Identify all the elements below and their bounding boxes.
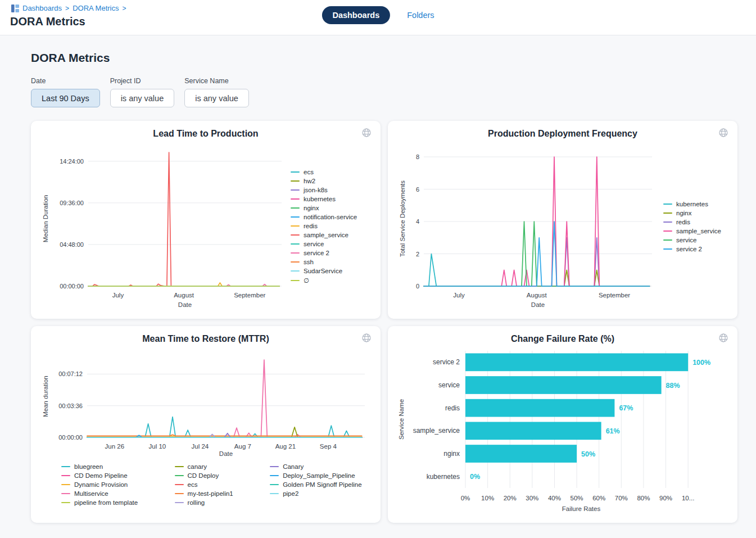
svg-text:Mean duration: Mean duration — [42, 376, 49, 417]
legend-item-my-test-pipelin1[interactable]: my-test-pipelin1 — [175, 490, 239, 497]
svg-text:Failure Rates: Failure Rates — [562, 505, 601, 512]
legend-swatch — [663, 248, 672, 250]
legend-item-redis[interactable]: redis — [663, 219, 721, 225]
legend-item-Canary[interactable]: Canary — [270, 463, 368, 470]
legend-item-ecs[interactable]: ecs — [291, 169, 357, 175]
breadcrumb-separator: > — [65, 4, 69, 12]
legend-item-CD Deploy[interactable]: CD Deploy — [175, 472, 239, 479]
legend-label: Golden PM Signoff Pipeline — [283, 481, 361, 488]
date-filter-button[interactable]: Last 90 Days — [31, 89, 100, 107]
legend-swatch — [175, 484, 184, 486]
legend-swatch — [291, 180, 300, 182]
legend-item-SudarService[interactable]: SudarService — [291, 268, 357, 274]
tab-dashboards[interactable]: Dashboards — [322, 6, 390, 24]
legend-swatch — [663, 213, 672, 214]
change-failure-rate-chart[interactable]: 0%10%20%30%40%50%60%70%80%90%10...Failur… — [397, 347, 728, 515]
legend-item-kubernetes[interactable]: kubernetes — [663, 201, 721, 207]
svg-text:Date: Date — [178, 301, 192, 308]
view-tabs: Dashboards Folders — [322, 6, 434, 24]
breadcrumb-link-dora-metrics[interactable]: DORA Metrics — [73, 4, 119, 12]
legend-item-ecs[interactable]: ecs — [175, 481, 239, 488]
lead-time-legend: ecshw2json-k8skubernetesnginxnotificatio… — [291, 169, 357, 284]
legend-label: ecs — [304, 169, 314, 175]
legend-item-notification-service[interactable]: notification-service — [291, 214, 357, 220]
svg-text:0%: 0% — [461, 495, 470, 501]
svg-text:Aug 7: Aug 7 — [234, 443, 251, 450]
card-production-deployment-frequency: Production Deployment Frequency 02468Jul… — [388, 121, 737, 319]
legend-item-redis[interactable]: redis — [291, 223, 357, 229]
chart-title: Production Deployment Frequency — [397, 126, 728, 139]
chart-title: Change Failure Rate (%) — [397, 332, 728, 344]
bar-nginx[interactable] — [465, 445, 577, 463]
filter-project-id-label: Project ID — [110, 77, 175, 85]
svg-text:service: service — [438, 381, 460, 389]
legend-item-canary[interactable]: canary — [175, 463, 239, 470]
legend-swatch — [291, 234, 300, 236]
legend-item-nginx[interactable]: nginx — [663, 210, 721, 216]
bar-sample_service[interactable] — [465, 422, 601, 440]
legend-label: sample_service — [676, 228, 721, 234]
globe-icon — [361, 333, 372, 343]
legend-item-sample_service[interactable]: sample_service — [291, 232, 357, 238]
bar-service[interactable] — [465, 376, 662, 394]
breadcrumb-link-dashboards[interactable]: Dashboards — [22, 4, 62, 12]
svg-text:August: August — [527, 292, 547, 299]
svg-text:kubernetes: kubernetes — [427, 473, 460, 481]
legend-swatch — [270, 466, 279, 468]
svg-text:10%: 10% — [481, 495, 494, 501]
bar-service 2[interactable] — [465, 353, 688, 371]
legend-swatch — [291, 252, 300, 254]
bar-redis[interactable] — [465, 399, 614, 417]
legend-item-service 2[interactable]: service 2 — [663, 246, 721, 252]
filter-date-label: Date — [31, 77, 100, 85]
legend-label: ∅ — [304, 277, 309, 284]
legend-item-hw2[interactable]: hw2 — [291, 178, 357, 184]
legend-label: SudarService — [304, 268, 342, 274]
legend-item-pipe2[interactable]: pipe2 — [270, 490, 368, 497]
legend-item-bluegreen[interactable]: bluegreen — [61, 463, 144, 470]
legend-label: CD Demo Pipeline — [74, 472, 128, 479]
svg-text:Sep 4: Sep 4 — [320, 443, 337, 450]
legend-item-∅[interactable]: ∅ — [291, 277, 357, 284]
legend-item-CD Demo Pipeline[interactable]: CD Demo Pipeline — [61, 472, 144, 479]
svg-text:00:07:12: 00:07:12 — [58, 370, 83, 377]
legend-item-ssh[interactable]: ssh — [291, 259, 357, 265]
legend-swatch — [291, 171, 300, 173]
card-mean-time-to-restore: Mean Time to Restore (MTTR) 00:00:0000:0… — [31, 326, 381, 523]
legend-item-service[interactable]: service — [291, 241, 357, 247]
deployment-frequency-chart[interactable]: 02468JulyAugustSeptemberDateTotal Servic… — [397, 142, 660, 311]
page-title: DORA Metrics — [10, 15, 85, 28]
legend-item-nginx[interactable]: nginx — [291, 205, 357, 211]
svg-text:50%: 50% — [571, 495, 583, 501]
svg-text:Jul 10: Jul 10 — [149, 443, 166, 450]
legend-swatch — [291, 261, 300, 263]
project-id-filter-button[interactable]: is any value — [110, 89, 175, 107]
legend-label: service — [676, 237, 696, 243]
svg-text:8: 8 — [416, 153, 419, 160]
lead-time-chart[interactable]: 00:00:0004:48:0009:36:0014:24:00JulyAugu… — [40, 142, 287, 311]
filter-bar: Date Last 90 Days Project ID is any valu… — [31, 77, 756, 107]
legend-swatch — [61, 466, 70, 468]
legend-label: my-test-pipelin1 — [188, 490, 233, 497]
legend-item-service[interactable]: service — [663, 237, 721, 243]
legend-swatch — [291, 207, 300, 209]
svg-text:60%: 60% — [592, 495, 605, 501]
legend-item-pipeline from template[interactable]: pipeline from template — [61, 499, 144, 506]
legend-item-rolling[interactable]: rolling — [175, 499, 239, 506]
svg-text:service 2: service 2 — [433, 358, 460, 366]
legend-item-Golden PM Signoff Pipeline[interactable]: Golden PM Signoff Pipeline — [270, 481, 368, 488]
deployment-frequency-legend: kubernetesnginxredissample_serviceservic… — [663, 201, 721, 252]
legend-item-sample_service[interactable]: sample_service — [663, 228, 721, 234]
svg-text:nginx: nginx — [443, 450, 460, 458]
legend-item-Deploy_Sample_Pipeline[interactable]: Deploy_Sample_Pipeline — [270, 472, 368, 479]
tab-folders[interactable]: Folders — [407, 11, 434, 20]
legend-item-Multiservice[interactable]: Multiservice — [61, 490, 144, 497]
legend-item-Dynamic Provision[interactable]: Dynamic Provision — [61, 481, 144, 488]
legend-label: rolling — [188, 499, 205, 506]
svg-text:6: 6 — [416, 186, 419, 193]
mttr-chart[interactable]: 00:00:0000:03:3600:07:12Jun 26Jul 10Jul … — [40, 347, 372, 460]
legend-item-kubernetes[interactable]: kubernetes — [291, 196, 357, 202]
service-name-filter-button[interactable]: is any value — [184, 89, 249, 107]
legend-item-json-k8s[interactable]: json-k8s — [291, 187, 357, 193]
legend-item-service 2[interactable]: service 2 — [291, 250, 357, 256]
